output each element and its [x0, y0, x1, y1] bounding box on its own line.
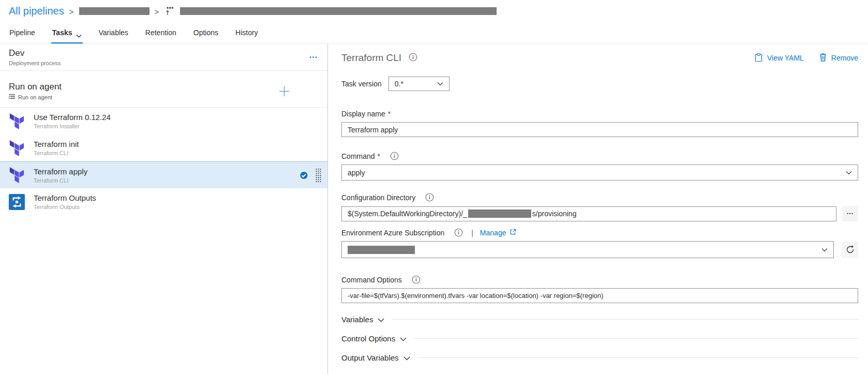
task-list-panel: Dev Deployment process … Run on agent Ru…	[0, 44, 328, 374]
task-details-panel: Terraform CLI View YAML Remove Task vers…	[328, 44, 868, 374]
command-options-input[interactable]: -var-file=$(tfVars).$(environment).tfvar…	[341, 288, 858, 303]
chevron-down-icon	[437, 82, 443, 86]
section-variables[interactable]: Variables	[341, 313, 858, 325]
configuration-directory-input[interactable]: $(System.DefaultWorkingDirectory)/_s/pro…	[341, 206, 836, 221]
tab-pipeline[interactable]: Pipeline	[8, 22, 36, 43]
command-label: Command	[341, 152, 375, 160]
trash-icon	[819, 53, 827, 63]
info-icon[interactable]	[409, 53, 417, 64]
chevron-down-icon	[400, 337, 407, 341]
selected-check-icon	[299, 170, 309, 180]
tab-options[interactable]: Options	[192, 22, 219, 43]
redacted-project-name[interactable]	[79, 7, 149, 15]
stage-subtitle: Deployment process	[9, 60, 61, 66]
release-pipeline-icon	[165, 7, 174, 16]
task-subtitle: Terraform CLI	[34, 177, 87, 184]
task-row-terraform-apply[interactable]: Terraform apply Terraform CLI	[0, 161, 327, 188]
stage-more-button[interactable]: …	[304, 50, 323, 65]
command-options-label: Command Options	[341, 276, 402, 284]
spacer	[0, 71, 327, 75]
section-divider	[392, 319, 858, 320]
tab-tasks[interactable]: Tasks	[51, 22, 83, 43]
section-output-variables[interactable]: Output Variables	[341, 351, 858, 364]
breadcrumb: All pipelines > >	[0, 0, 868, 22]
breadcrumb-separator: >	[155, 7, 159, 16]
release-pipeline-editor: All pipelines > > Pipeline Tasks Variabl…	[0, 0, 868, 374]
task-row-terraform-init[interactable]: Terraform init Terraform CLI	[0, 134, 327, 161]
tab-retention[interactable]: Retention	[144, 22, 177, 43]
breadcrumb-all-pipelines[interactable]: All pipelines	[9, 5, 64, 17]
chevron-down-icon	[378, 318, 384, 322]
stage-title: Dev	[9, 48, 61, 58]
manage-subscription-link[interactable]: Manage	[480, 229, 517, 237]
section-control-options[interactable]: Control Options	[341, 332, 858, 345]
info-icon[interactable]	[390, 152, 399, 160]
environment-subscription-label: Environment Azure Subscription	[341, 229, 444, 237]
add-task-button[interactable]	[278, 85, 290, 97]
task-row-terraform-installer[interactable]: Use Terraform 0.12.24 Terraform Installe…	[0, 108, 327, 134]
task-panel-title: Terraform CLI	[341, 52, 401, 64]
breadcrumb-separator: >	[69, 7, 74, 16]
required-marker: *	[388, 110, 391, 118]
task-version-dropdown[interactable]: 0.*	[388, 77, 450, 91]
configuration-directory-label: Configuration Directory	[341, 193, 415, 202]
display-name-label: Display name	[341, 110, 385, 118]
terraform-icon	[9, 140, 25, 156]
terraform-outputs-icon	[9, 194, 25, 210]
external-link-icon	[510, 229, 516, 237]
task-title: Terraform init	[34, 140, 79, 148]
view-yaml-button[interactable]: View YAML	[755, 53, 804, 64]
pipeline-tabs: Pipeline Tasks Variables Retention Optio…	[0, 22, 868, 44]
refresh-subscriptions-button[interactable]	[842, 242, 858, 258]
terraform-icon	[9, 167, 25, 183]
command-dropdown[interactable]: apply	[341, 164, 858, 181]
chevron-down-icon	[821, 248, 828, 251]
task-subtitle: Terraform Installer	[34, 123, 111, 129]
section-divider	[417, 357, 858, 358]
terraform-icon	[9, 113, 25, 129]
label-separator: |	[471, 229, 473, 237]
subscription-dropdown[interactable]	[341, 241, 834, 258]
chevron-down-icon	[846, 171, 852, 174]
tab-history[interactable]: History	[234, 22, 259, 43]
agent-phase-title: Run on agent	[9, 82, 62, 92]
task-version-label: Task version	[341, 80, 382, 88]
agent-phase-header[interactable]: Run on agent Run on agent	[0, 75, 327, 108]
browse-directory-button[interactable]: …	[842, 206, 858, 221]
agent-phase-subtitle: Run on agent	[18, 94, 52, 100]
display-name-input[interactable]: Terraform apply	[341, 122, 858, 137]
task-subtitle: Terraform CLI	[34, 150, 79, 156]
view-yaml-icon	[755, 53, 762, 64]
task-row-terraform-outputs[interactable]: Terraform Outputs Terraform Outputs	[0, 188, 327, 215]
redacted-path-segment	[468, 210, 531, 218]
task-title: Terraform Outputs	[34, 193, 96, 202]
info-icon[interactable]	[412, 275, 421, 284]
redacted-release-pipeline-name[interactable]	[180, 7, 497, 15]
tab-variables[interactable]: Variables	[98, 22, 129, 43]
info-icon[interactable]	[425, 193, 434, 202]
required-marker: *	[378, 152, 380, 160]
agent-list-icon	[9, 94, 15, 100]
chevron-down-icon	[403, 356, 410, 361]
chevron-down-icon	[76, 31, 82, 39]
redacted-subscription-name	[348, 246, 415, 254]
stage-header: Dev Deployment process …	[0, 44, 327, 71]
remove-task-button[interactable]: Remove	[819, 53, 858, 63]
task-title: Terraform apply	[34, 167, 87, 176]
task-title: Use Terraform 0.12.24	[34, 113, 111, 122]
drag-handle[interactable]	[316, 168, 321, 183]
info-icon[interactable]	[454, 228, 463, 237]
section-divider	[414, 338, 858, 339]
task-subtitle: Terraform Outputs	[34, 204, 96, 210]
